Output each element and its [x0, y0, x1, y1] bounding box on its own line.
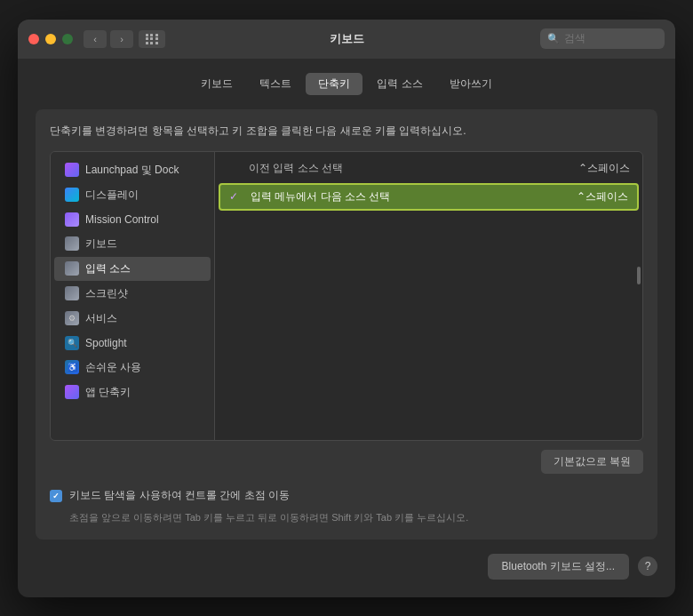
minimize-button[interactable]: [45, 34, 56, 44]
accessibility-icon: ♿: [65, 360, 79, 374]
main-split: Launchpad 및 Dock 디스플레이 Mission Control 키…: [50, 151, 643, 442]
tab-input[interactable]: 입력 소스: [364, 73, 434, 95]
mission-icon: [65, 212, 79, 227]
sidebar-item-accessibility[interactable]: ♿ 손쉬운 사용: [54, 356, 211, 380]
keyboard-icon: [65, 236, 79, 251]
restore-area: 기본값으로 복원: [50, 450, 643, 474]
service-icon: ⚙: [65, 311, 79, 325]
bluetooth-button[interactable]: Bluetooth 키보드 설정...: [488, 554, 629, 580]
keyboard-nav-hint: 초점을 앞으로 이동하려면 Tab 키를 누르고 뒤로 이동하려면 Shift …: [50, 510, 643, 525]
tab-shortcuts[interactable]: 단축키: [306, 73, 362, 95]
sidebar-item-mission[interactable]: Mission Control: [54, 208, 211, 231]
search-icon: 🔍: [547, 33, 560, 44]
sidebar-item-input-label: 입력 소스: [85, 261, 131, 276]
sidebar: Launchpad 및 Dock 디스플레이 Mission Control 키…: [51, 152, 215, 441]
spotlight-icon: 🔍: [65, 336, 79, 350]
sidebar-item-display-label: 디스플레이: [85, 188, 139, 203]
window-title: 키보드: [330, 31, 364, 47]
sidebar-item-spotlight-label: Spotlight: [85, 337, 127, 349]
keyboard-nav-checkbox[interactable]: ✓: [50, 490, 62, 502]
close-button[interactable]: [28, 34, 39, 44]
app-icon: [65, 385, 79, 399]
sidebar-item-services[interactable]: ⚙ 서비스: [54, 307, 211, 331]
sidebar-item-launchpad-label: Launchpad 및 Dock: [85, 163, 179, 178]
maximize-button[interactable]: [62, 34, 73, 44]
sidebar-item-display[interactable]: 디스플레이: [54, 183, 211, 207]
shortcut-check-next: ✓: [229, 190, 242, 203]
content-area: 키보드 텍스트 단축키 입력 소스 받아쓰기 단축키를 변경하려면 항목을 선택…: [18, 59, 675, 597]
sidebar-item-screenshot-label: 스크린샷: [85, 286, 128, 301]
tab-text[interactable]: 텍스트: [247, 73, 304, 95]
shortcut-key-next: ⌃스페이스: [577, 189, 628, 204]
sidebar-item-mission-label: Mission Control: [85, 213, 159, 226]
input-icon: [65, 261, 79, 276]
display-icon: [65, 188, 79, 202]
nav-buttons: ‹ ›: [84, 30, 133, 48]
shortcuts-panel: 단축키를 변경하려면 항목을 선택하고 키 조합을 클릭한 다음 새로운 키를 …: [36, 109, 657, 540]
bottom-bar: Bluetooth 키보드 설정... ?: [36, 554, 657, 580]
sidebar-item-app-shortcuts[interactable]: 앱 단축키: [54, 380, 211, 404]
traffic-lights: [28, 34, 73, 44]
sidebar-item-accessibility-label: 손쉬운 사용: [85, 360, 141, 375]
tab-bar: 키보드 텍스트 단축키 입력 소스 받아쓰기: [36, 73, 657, 95]
keyboard-nav-row: ✓ 키보드 탐색을 사용하여 컨트롤 간에 초점 이동: [50, 488, 643, 503]
search-box[interactable]: 🔍 검색: [540, 28, 665, 49]
back-button[interactable]: ‹: [84, 30, 107, 48]
shortcut-row-prev[interactable]: 이전 입력 소스 선택 ⌃스페이스: [215, 156, 642, 181]
keyboard-nav-section: ✓ 키보드 탐색을 사용하여 컨트롤 간에 초점 이동 초점을 앞으로 이동하려…: [50, 488, 643, 525]
shortcut-row-next[interactable]: ✓ 입력 메뉴에서 다음 소스 선택 ⌃스페이스: [219, 183, 639, 211]
keyboard-preferences-window: ‹ › 키보드 🔍 검색 키보드 텍스트 단축키 입력 소스 받아쓰기 단축키: [18, 20, 675, 597]
sidebar-item-services-label: 서비스: [85, 311, 117, 326]
restore-button[interactable]: 기본값으로 복원: [541, 450, 643, 474]
help-button[interactable]: ?: [638, 556, 657, 576]
screenshot-icon: [65, 286, 79, 300]
sidebar-item-keyboard-label: 키보드: [85, 236, 117, 252]
tab-dictation[interactable]: 받아쓰기: [437, 73, 505, 95]
sidebar-item-screenshot[interactable]: 스크린샷: [54, 282, 211, 306]
sidebar-item-spotlight[interactable]: 🔍 Spotlight: [54, 332, 211, 355]
shortcuts-list: 이전 입력 소스 선택 ⌃스페이스 ✓ 입력 메뉴에서 다음 소스 선택 ⌃스페…: [215, 152, 642, 441]
grid-icon: [146, 34, 159, 44]
forward-button[interactable]: ›: [110, 30, 133, 48]
check-mark: ✓: [52, 492, 60, 500]
grid-button[interactable]: [139, 30, 165, 48]
tab-keyboard[interactable]: 키보드: [188, 73, 245, 95]
titlebar: ‹ › 키보드 🔍 검색: [18, 20, 675, 59]
sidebar-item-app-label: 앱 단축키: [85, 385, 131, 400]
launchpad-icon: [65, 163, 79, 177]
shortcut-name-next: 입력 메뉴에서 다음 소스 선택: [251, 189, 568, 204]
sidebar-item-launchpad[interactable]: Launchpad 및 Dock: [54, 158, 211, 182]
sidebar-item-input-sources[interactable]: 입력 소스: [54, 257, 211, 281]
shortcut-name-prev: 이전 입력 소스 선택: [249, 161, 570, 176]
sidebar-item-keyboard[interactable]: 키보드: [54, 232, 211, 256]
search-placeholder: 검색: [564, 31, 585, 46]
instruction-text: 단축키를 변경하려면 항목을 선택하고 키 조합을 클릭한 다음 새로운 키를 …: [50, 124, 643, 139]
scrollbar[interactable]: [637, 267, 641, 284]
keyboard-nav-label: 키보드 탐색을 사용하여 컨트롤 간에 초점 이동: [69, 488, 290, 503]
shortcut-key-prev: ⌃스페이스: [578, 161, 630, 176]
